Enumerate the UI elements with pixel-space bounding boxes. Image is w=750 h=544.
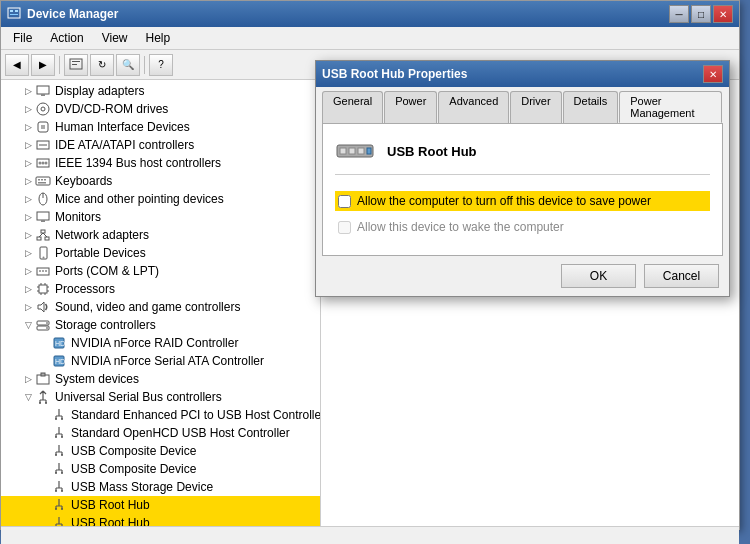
toolbar-scan[interactable]: 🔍 (116, 54, 140, 76)
svg-point-18 (45, 162, 48, 165)
expand-icon: ▷ (21, 120, 35, 134)
expand-icon: ▷ (21, 192, 35, 206)
toolbar-update[interactable]: ↻ (90, 54, 114, 76)
tree-item-hid[interactable]: ▷ Human Interface Devices (1, 118, 320, 136)
wake-label: Allow this device to wake the computer (357, 220, 564, 234)
svg-point-50 (46, 322, 48, 324)
tree-item-ieee[interactable]: ▷ IEEE 1394 Bus host controllers (1, 154, 320, 172)
tree-item-keyboards[interactable]: ▷ Keyboards (1, 172, 320, 190)
svg-rect-1 (10, 10, 13, 12)
tab-advanced[interactable]: Advanced (438, 91, 509, 123)
menu-view[interactable]: View (94, 29, 136, 47)
dialog-title-bar: USB Root Hub Properties ✕ (316, 61, 729, 87)
usb-hub-icon (335, 137, 375, 165)
svg-point-16 (39, 162, 42, 165)
tree-item-system[interactable]: ▷ System devices (1, 370, 320, 388)
tree-item-usb-mass[interactable]: ▷ USB Mass Storage Device (1, 478, 320, 496)
svg-rect-12 (41, 125, 45, 129)
toolbar-sep1 (59, 56, 60, 74)
usb-properties-dialog: USB Root Hub Properties ✕ General Power … (315, 60, 730, 297)
device-icon (335, 136, 375, 166)
expand-icon: ▷ (21, 102, 35, 116)
svg-rect-78 (358, 148, 364, 154)
cpu-icon (35, 281, 51, 297)
svg-point-37 (42, 270, 44, 272)
tree-item-ide[interactable]: ▷ IDE ATA/ATAPI controllers (1, 136, 320, 154)
usb-dev-icon (51, 407, 67, 423)
tab-power-management[interactable]: Power Management (619, 91, 722, 123)
tree-item-usb-openhcd[interactable]: ▷ Standard OpenHCD USB Host Controller (1, 424, 320, 442)
title-controls: ─ □ ✕ (669, 5, 733, 23)
mouse-icon (35, 191, 51, 207)
tab-power[interactable]: Power (384, 91, 437, 123)
tab-general[interactable]: General (322, 91, 383, 123)
tree-item-usb-root2[interactable]: ▷ USB Root Hub (1, 514, 320, 526)
ok-button[interactable]: OK (561, 264, 636, 288)
svg-point-36 (39, 270, 41, 272)
status-bar (1, 526, 739, 544)
tree-item-usb-composite1[interactable]: ▷ USB Composite Device (1, 442, 320, 460)
keyboard-icon (35, 173, 51, 189)
tree-item-processors[interactable]: ▷ Processors (1, 280, 320, 298)
toolbar-forward[interactable]: ▶ (31, 54, 55, 76)
tab-details[interactable]: Details (563, 91, 619, 123)
maximize-button[interactable]: □ (691, 5, 711, 23)
menu-file[interactable]: File (5, 29, 40, 47)
monitor-icon (35, 83, 51, 99)
tree-item-monitors[interactable]: ▷ Monitors (1, 208, 320, 226)
expand-icon: ▷ (21, 246, 35, 260)
menu-action[interactable]: Action (42, 29, 91, 47)
expand-icon: ▷ (21, 138, 35, 152)
dialog-title: USB Root Hub Properties (322, 67, 467, 81)
tree-item-nvidia-raid[interactable]: ▷ HD NVIDIA nForce RAID Controller (1, 334, 320, 352)
network-icon (35, 227, 51, 243)
expand-icon: ▷ (21, 372, 35, 386)
wake-checkbox[interactable] (338, 221, 351, 234)
device-icon (35, 245, 51, 261)
svg-rect-30 (45, 237, 49, 240)
svg-point-69 (55, 490, 57, 492)
minimize-button[interactable]: ─ (669, 5, 689, 23)
svg-rect-58 (41, 373, 45, 376)
toolbar-sep2 (144, 56, 145, 74)
dialog-buttons: OK Cancel (316, 256, 729, 296)
tree-item-portable[interactable]: ▷ Portable Devices (1, 244, 320, 262)
expand-icon: ▷ (21, 264, 35, 278)
toolbar-back[interactable]: ◀ (5, 54, 29, 76)
tree-item-usb-enhanced[interactable]: ▷ Standard Enhanced PCI to USB Host Cont… (1, 406, 320, 424)
menu-help[interactable]: Help (138, 29, 179, 47)
cancel-button[interactable]: Cancel (644, 264, 719, 288)
tree-item-ports[interactable]: ▷ Ports (COM & LPT) (1, 262, 320, 280)
port-icon (35, 263, 51, 279)
tree-panel[interactable]: ▷ Display adapters ▷ DVD/CD-ROM drives ▷ (1, 80, 321, 526)
tree-item-network[interactable]: ▷ Network adapters (1, 226, 320, 244)
properties-icon (69, 58, 83, 72)
tree-item-display-adapters[interactable]: ▷ Display adapters (1, 82, 320, 100)
svg-point-64 (61, 436, 63, 438)
tree-item-usb-controllers[interactable]: ▽ Universal Serial Bus controllers (1, 388, 320, 406)
svg-point-60 (45, 402, 47, 404)
toolbar-properties[interactable] (64, 54, 88, 76)
tree-item-sound[interactable]: ▷ Sound, video and game controllers (1, 298, 320, 316)
svg-point-72 (61, 508, 63, 510)
svg-point-17 (42, 162, 45, 165)
monitor2-icon (35, 209, 51, 225)
svg-point-66 (61, 454, 63, 456)
tree-item-dvd[interactable]: ▷ DVD/CD-ROM drives (1, 100, 320, 118)
dialog-close-button[interactable]: ✕ (703, 65, 723, 83)
tree-item-usb-root1[interactable]: ▷ USB Root Hub (1, 496, 320, 514)
usb-dev-icon3 (51, 443, 67, 459)
tree-item-storage[interactable]: ▽ Storage controllers (1, 316, 320, 334)
svg-rect-29 (37, 237, 41, 240)
svg-rect-77 (349, 148, 355, 154)
tab-driver[interactable]: Driver (510, 91, 561, 123)
expand-icon: ▷ (21, 174, 35, 188)
device-header: USB Root Hub (335, 136, 710, 175)
close-button[interactable]: ✕ (713, 5, 733, 23)
power-save-checkbox[interactable] (338, 195, 351, 208)
usb-dev-icon2 (51, 425, 67, 441)
tree-item-mice[interactable]: ▷ Mice and other pointing devices (1, 190, 320, 208)
toolbar-help[interactable]: ? (149, 54, 173, 76)
tree-item-usb-composite2[interactable]: ▷ USB Composite Device (1, 460, 320, 478)
tree-item-nvidia-sata[interactable]: ▷ HD NVIDIA nForce Serial ATA Controller (1, 352, 320, 370)
